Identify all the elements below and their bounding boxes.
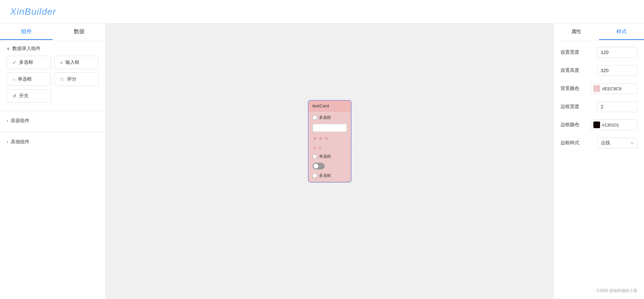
card-row-toggle <box>313 163 347 169</box>
switch-icon: ↺ <box>12 93 16 99</box>
star-3: ★ <box>324 135 329 142</box>
property-select-border-style[interactable]: 点线 ∨ <box>597 138 637 148</box>
card-input[interactable] <box>313 124 347 132</box>
property-color-border[interactable]: #130101 <box>590 119 637 130</box>
arrow-icon-2: › <box>7 118 8 123</box>
card-title: testCard <box>309 101 351 111</box>
property-row-border-style: 边框样式 点线 ∨ <box>560 138 637 148</box>
arrow-icon-3: › <box>7 140 8 144</box>
card-row-input <box>313 124 347 132</box>
category-other: › 其他组件 <box>0 134 105 152</box>
card-toggle[interactable] <box>313 163 325 169</box>
property-color-bgcolor[interactable]: #EEC9C9 <box>590 83 637 94</box>
component-switch[interactable]: ↺ 开关 <box>7 89 51 103</box>
property-input-border-width[interactable] <box>597 101 637 112</box>
card-row-checkbox2: 多选框 <box>313 173 347 179</box>
card-radio-circle[interactable] <box>313 154 317 159</box>
property-label-border-color: 边框颜色 <box>560 122 579 128</box>
checkbox-icon: ✓ <box>12 60 16 65</box>
category-header-data-input[interactable]: ∨ 数据录入组件 <box>7 46 99 52</box>
tab-properties[interactable]: 属性 <box>554 23 599 40</box>
property-label-border-style: 边框样式 <box>560 140 579 146</box>
select-text-border-style: 点线 <box>601 140 610 146</box>
sidebar: 组件 数据 ∨ 数据录入组件 ✓ 多选框 » 输入框 <box>0 23 106 299</box>
property-row-border-color: 边框颜色 #130101 <box>560 119 637 130</box>
footer-watermark: CSDN @搞前端的小菜 <box>596 288 637 294</box>
header: XinBuilder <box>0 0 644 23</box>
card-row-radio: 单选框 <box>313 154 347 159</box>
card-radio-label: 单选框 <box>319 154 331 159</box>
right-tabs: 属性 样式 <box>554 23 644 40</box>
star-2: ★ <box>318 135 323 142</box>
color-swatch-bg <box>593 85 600 92</box>
divider-2 <box>0 132 105 132</box>
property-input-height[interactable] <box>597 65 637 76</box>
input-icon: » <box>60 60 63 65</box>
card-checkbox-2[interactable] <box>313 173 317 178</box>
category-container: › 容器组件 <box>0 112 105 131</box>
chevron-down-icon: ∨ <box>631 141 634 145</box>
component-radio[interactable]: ○ 单选框 <box>7 72 51 86</box>
star-5: ★ <box>318 145 322 150</box>
category-header-other[interactable]: › 其他组件 <box>7 139 99 145</box>
card-row-stars1: ★ ★ ★ <box>313 135 347 142</box>
category-data-input: ∨ 数据录入组件 ✓ 多选框 » 输入框 ○ 单选框 <box>0 40 105 109</box>
canvas-card[interactable]: testCard 多选框 ★ ★ ★ ★ <box>308 100 352 183</box>
star-1: ★ <box>313 135 317 142</box>
card-row-checkbox1: 多选框 <box>313 115 347 120</box>
property-row-border-width: 边框宽度 <box>560 101 637 112</box>
property-list: 设置宽度 设置高度 背景颜色 #EEC9C9 边框宽度 <box>554 40 644 155</box>
sidebar-tabs: 组件 数据 <box>0 23 105 40</box>
star-icon: ☆ <box>60 77 64 82</box>
card-row-stars2: ★ ★ <box>313 145 347 150</box>
component-checkbox[interactable]: ✓ 多选框 <box>7 56 51 69</box>
card-checkbox-label-2: 多选框 <box>319 173 331 179</box>
property-input-width[interactable] <box>597 47 637 58</box>
color-text-bg: #EEC9C9 <box>602 86 622 91</box>
tab-data[interactable]: 数据 <box>53 23 105 40</box>
logo: XinBuilder <box>10 6 56 17</box>
property-label-border-width: 边框宽度 <box>560 104 579 110</box>
property-row-height: 设置高度 <box>560 65 637 76</box>
canvas[interactable]: testCard 多选框 ★ ★ ★ ★ <box>106 23 553 299</box>
color-swatch-border <box>593 121 600 128</box>
main-layout: 组件 数据 ∨ 数据录入组件 ✓ 多选框 » 输入框 <box>0 23 644 299</box>
divider-1 <box>0 111 105 111</box>
property-label-width: 设置宽度 <box>560 49 579 55</box>
card-body: 多选框 ★ ★ ★ ★ ★ <box>309 111 351 182</box>
property-row-bgcolor: 背景颜色 #EEC9C9 <box>560 83 637 94</box>
color-text-border: #130101 <box>602 122 619 128</box>
radio-icon: ○ <box>12 77 15 82</box>
property-label-bgcolor: 背景颜色 <box>560 86 579 92</box>
property-row-width: 设置宽度 <box>560 47 637 58</box>
card-checkbox-label-1: 多选框 <box>319 115 331 120</box>
arrow-icon: ∨ <box>7 46 10 51</box>
card-checkbox-1[interactable] <box>313 115 317 120</box>
components-grid: ✓ 多选框 » 输入框 ○ 单选框 ☆ 评分 <box>7 56 99 107</box>
toggle-knob <box>314 164 318 168</box>
star-4: ★ <box>313 145 317 150</box>
category-header-container[interactable]: › 容器组件 <box>7 118 99 124</box>
tab-components[interactable]: 组件 <box>0 23 53 40</box>
right-panel: 属性 样式 设置宽度 设置高度 背景颜色 #EEC9C9 <box>553 23 644 299</box>
tab-styles[interactable]: 样式 <box>599 23 644 40</box>
property-label-height: 设置高度 <box>560 67 579 73</box>
component-rating[interactable]: ☆ 评分 <box>54 72 99 86</box>
component-input[interactable]: » 输入框 <box>54 56 99 69</box>
